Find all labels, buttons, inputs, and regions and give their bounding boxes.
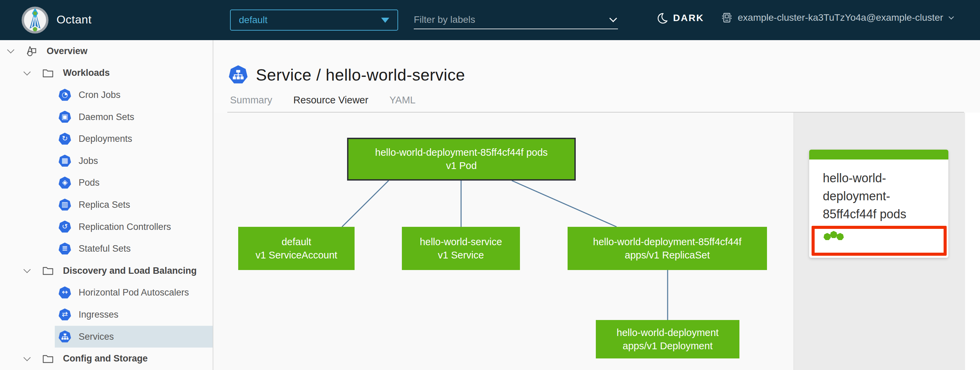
sidebar-item-label: Cron Jobs: [79, 90, 121, 100]
sidebar-item-label: Daemon Sets: [79, 112, 134, 122]
sidebar-item-label: Overview: [47, 46, 88, 56]
statefulsets-icon: ≣: [59, 243, 71, 255]
sidebar-item-label: Pods: [79, 178, 100, 188]
sidebar-item-jobs[interactable]: ▦ Jobs: [0, 150, 213, 172]
app-header: Octant default DARK example-cluster-ka3T…: [0, 0, 980, 40]
navigation-sidebar: Overview Workloads ◔ Cron Jobs ▣ Daemon …: [0, 40, 213, 370]
service-icon: [229, 65, 248, 84]
pod-status-highlight-box: [811, 226, 947, 256]
moon-icon: [657, 12, 668, 24]
sidebar-item-replica-sets[interactable]: ▥ Replica Sets: [0, 194, 213, 216]
node-name: hello-world-deployment-85ff4cf44f pods: [375, 146, 547, 159]
sidebar-item-label: Jobs: [79, 156, 98, 166]
node-name: hello-world-service: [420, 235, 502, 249]
jobs-icon: ▦: [59, 155, 71, 167]
sidebar-item-overview[interactable]: Overview: [0, 40, 213, 62]
node-kind: v1 Service: [438, 249, 484, 262]
main-content: Service / hello-world-service Summary Re…: [213, 40, 980, 370]
sidebar-item-label: Workloads: [63, 68, 110, 78]
replicasets-icon: ▥: [59, 198, 71, 211]
ingresses-icon: ⇄: [59, 308, 71, 321]
caret-down-icon: [381, 18, 389, 23]
sidebar-item-config-and-storage[interactable]: Config and Storage: [0, 348, 213, 370]
right-gutter: [965, 113, 980, 370]
sidebar-item-label: Config and Storage: [63, 353, 148, 364]
pod-status-dot: [837, 233, 844, 240]
sidebar-item-label: Services: [79, 332, 114, 342]
sidebar-item-services[interactable]: Services: [0, 326, 213, 348]
page-title: Service / hello-world-service: [256, 66, 465, 84]
namespace-value: default: [239, 14, 381, 25]
sidebar-item-discovery-and-load-balancing[interactable]: Discovery and Load Balancing: [0, 260, 213, 282]
chevron-down-icon[interactable]: [24, 68, 30, 76]
label-filter[interactable]: [414, 11, 618, 29]
sidebar-item-horizontal-pod-autoscalers[interactable]: ↔ Horizontal Pod Autoscalers: [0, 282, 213, 304]
graph-node-replicaset[interactable]: hello-world-deployment-85ff4cf44f apps/v…: [568, 227, 767, 270]
dark-theme-toggle[interactable]: DARK: [657, 12, 704, 24]
sidebar-item-workloads[interactable]: Workloads: [0, 62, 213, 84]
hpa-icon: ↔: [59, 286, 71, 299]
objects-icon: [25, 44, 38, 57]
statefulsets-glyph: ≣: [62, 245, 68, 252]
sidebar-item-label: Replication Controllers: [79, 222, 171, 232]
card-title: hello-world-deployment-85ff4cf44f pods: [809, 159, 948, 223]
node-name: hello-world-deployment-85ff4cf44f: [593, 235, 741, 249]
label-filter-input[interactable]: [414, 14, 611, 25]
sidebar-item-ingresses[interactable]: ⇄ Ingresses: [0, 304, 213, 326]
graph-node-serviceaccount[interactable]: default v1 ServiceAccount: [238, 227, 355, 270]
replicationcontrollers-icon: ↺: [59, 221, 71, 233]
graph-node-deployment[interactable]: hello-world-deployment apps/v1 Deploymen…: [596, 320, 740, 359]
node-kind: v1 ServiceAccount: [256, 249, 337, 262]
daemonsets-glyph: ▣: [62, 113, 68, 121]
node-name: default: [282, 235, 311, 249]
chevron-down-icon: [948, 14, 954, 19]
sidebar-item-pods[interactable]: ◈ Pods: [0, 172, 213, 194]
sidebar-item-label: Replica Sets: [79, 200, 130, 210]
deployments-icon: ↻: [59, 133, 71, 145]
namespace-select[interactable]: default: [230, 10, 398, 30]
ingresses-glyph: ⇄: [62, 311, 68, 318]
cluster-context-label: example-cluster-ka3TuTzYo4a@example-clus…: [738, 12, 943, 23]
theme-toggle-label: DARK: [673, 13, 704, 24]
daemonsets-icon: ▣: [59, 111, 71, 124]
node-kind: apps/v1 ReplicaSet: [625, 249, 710, 262]
folder-icon: [42, 265, 54, 277]
page-header: Service / hello-world-service: [229, 65, 465, 84]
chevron-down-icon[interactable]: [7, 46, 14, 53]
cronjobs-icon: ◔: [59, 89, 71, 102]
sidebar-item-label: Ingresses: [79, 310, 118, 320]
cluster-host-icon: [721, 11, 733, 24]
node-kind: v1 Pod: [446, 159, 477, 172]
pods-glyph: ◈: [62, 179, 67, 186]
sidebar-item-stateful-sets[interactable]: ≣ Stateful Sets: [0, 238, 213, 260]
sidebar-item-daemon-sets[interactable]: ▣ Daemon Sets: [0, 106, 213, 128]
pods-icon: ◈: [59, 176, 71, 189]
cluster-selector[interactable]: example-cluster-ka3TuTzYo4a@example-clus…: [721, 11, 953, 24]
sidebar-item-deployments[interactable]: ↻ Deployments: [0, 128, 213, 150]
hpa-glyph: ↔: [62, 289, 68, 296]
folder-icon: [42, 67, 54, 79]
pod-summary-card[interactable]: hello-world-deployment-85ff4cf44f pods: [809, 149, 948, 258]
deployments-glyph: ↻: [62, 135, 68, 142]
graph-node-service[interactable]: hello-world-service v1 Service: [402, 227, 520, 270]
graph-node-pod[interactable]: hello-world-deployment-85ff4cf44f pods v…: [347, 138, 576, 181]
sidebar-item-cron-jobs[interactable]: ◔ Cron Jobs: [0, 84, 213, 106]
replicationcontrollers-glyph: ↺: [62, 223, 68, 230]
jobs-glyph: ▦: [62, 157, 68, 164]
app-title: Octant: [56, 13, 92, 26]
pod-status-dot: [824, 233, 831, 240]
sidebar-item-label: Stateful Sets: [79, 243, 130, 254]
chevron-down-icon[interactable]: [24, 354, 30, 361]
chevron-down-icon[interactable]: [24, 266, 30, 273]
folder-icon: [42, 353, 54, 365]
pod-status-dots: [824, 233, 943, 240]
chevron-down-icon: [609, 14, 617, 22]
sidebar-item-label: Discovery and Load Balancing: [63, 265, 197, 276]
node-kind: apps/v1 Deployment: [623, 340, 713, 353]
cronjobs-glyph: ◔: [62, 91, 68, 98]
sidebar-item-label: Horizontal Pod Autoscalers: [79, 287, 189, 298]
services-icon: [59, 330, 71, 343]
card-status-bar: [809, 149, 948, 159]
pod-status-dot: [830, 231, 837, 238]
sidebar-item-replication-controllers[interactable]: ↺ Replication Controllers: [0, 216, 213, 238]
